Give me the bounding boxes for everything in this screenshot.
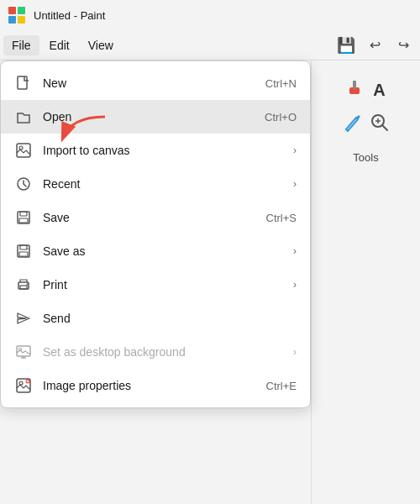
recent-icon	[14, 175, 33, 193]
desktop-icon	[14, 343, 33, 361]
open-shortcut: Ctrl+O	[265, 111, 297, 123]
desktop-label: Set as desktop background	[43, 345, 283, 359]
save-shortcut: Ctrl+S	[266, 212, 297, 224]
recent-arrow: ›	[293, 178, 297, 190]
save-toolbar-btn[interactable]: 💾	[333, 32, 360, 59]
window-title: Untitled - Paint	[34, 9, 105, 22]
menu-item-new[interactable]: New Ctrl+N	[1, 66, 310, 100]
menu-file[interactable]: File	[3, 35, 39, 55]
svg-point-6	[19, 146, 23, 150]
menu-item-properties[interactable]: Image properties Ctrl+E	[1, 369, 310, 402]
properties-label: Image properties	[43, 379, 256, 392]
properties-icon	[14, 376, 33, 395]
new-icon	[14, 74, 33, 92]
svg-rect-13	[19, 252, 28, 256]
desktop-arrow: ›	[293, 346, 297, 358]
redo-btn[interactable]: ↪	[390, 32, 417, 59]
app-icon	[7, 5, 27, 25]
print-arrow: ›	[293, 279, 297, 291]
menu-item-desktop: Set as desktop background ›	[1, 335, 310, 369]
save-icon	[14, 208, 33, 227]
import-icon	[14, 141, 33, 160]
svg-rect-3	[18, 16, 25, 24]
saveas-arrow: ›	[293, 245, 297, 257]
print-label: Print	[43, 278, 283, 291]
saveas-label: Save as	[43, 244, 283, 258]
import-label: Import to canvas	[43, 144, 283, 157]
svg-rect-0	[8, 7, 16, 14]
new-shortcut: Ctrl+N	[265, 77, 297, 90]
print-icon	[14, 276, 33, 294]
open-icon	[14, 108, 33, 126]
save-label: Save	[43, 211, 256, 224]
svg-rect-4	[18, 76, 27, 89]
svg-point-20	[19, 381, 23, 385]
menu-item-save[interactable]: Save Ctrl+S	[1, 201, 310, 234]
title-bar: Untitled - Paint	[0, 0, 420, 30]
menu-edit[interactable]: Edit	[41, 35, 78, 55]
menu-item-print[interactable]: Print ›	[1, 268, 310, 302]
tools-row: A	[346, 77, 385, 102]
svg-rect-10	[19, 218, 28, 223]
menu-item-recent[interactable]: Recent ›	[1, 167, 310, 201]
undo-btn[interactable]: ↩	[361, 32, 388, 59]
svg-rect-24	[353, 81, 356, 89]
open-label: Open	[43, 110, 255, 123]
text-tool-icon[interactable]: A	[373, 81, 385, 100]
svg-point-16	[27, 284, 29, 286]
file-dropdown: New Ctrl+N Open Ctrl+O Import to canvas …	[0, 60, 311, 408]
send-label: Send	[43, 312, 297, 325]
menu-item-open[interactable]: Open Ctrl+O	[1, 100, 310, 134]
menu-view[interactable]: View	[80, 35, 122, 55]
saveas-icon	[14, 242, 33, 260]
svg-rect-2	[8, 16, 16, 24]
brush-tool-icon[interactable]	[346, 77, 366, 102]
tools-label: Tools	[353, 151, 378, 164]
menu-item-saveas[interactable]: Save as ›	[1, 234, 310, 268]
right-panel: A Tools	[311, 60, 420, 504]
menu-item-import[interactable]: Import to canvas ›	[1, 134, 310, 167]
properties-shortcut: Ctrl+E	[266, 380, 297, 392]
recent-label: Recent	[43, 177, 283, 191]
zoom-tool-icon[interactable]	[370, 113, 390, 138]
svg-rect-1	[18, 7, 25, 14]
import-arrow: ›	[293, 144, 297, 156]
send-icon	[14, 309, 33, 328]
pencil-tool-icon[interactable]	[343, 113, 363, 138]
menu-item-send[interactable]: Send	[1, 302, 310, 335]
main-area: New Ctrl+N Open Ctrl+O Import to canvas …	[0, 60, 420, 504]
menu-bar: File Edit View 💾 ↩ ↪	[0, 30, 420, 60]
new-label: New	[43, 76, 255, 90]
tools-row-2	[343, 113, 390, 138]
